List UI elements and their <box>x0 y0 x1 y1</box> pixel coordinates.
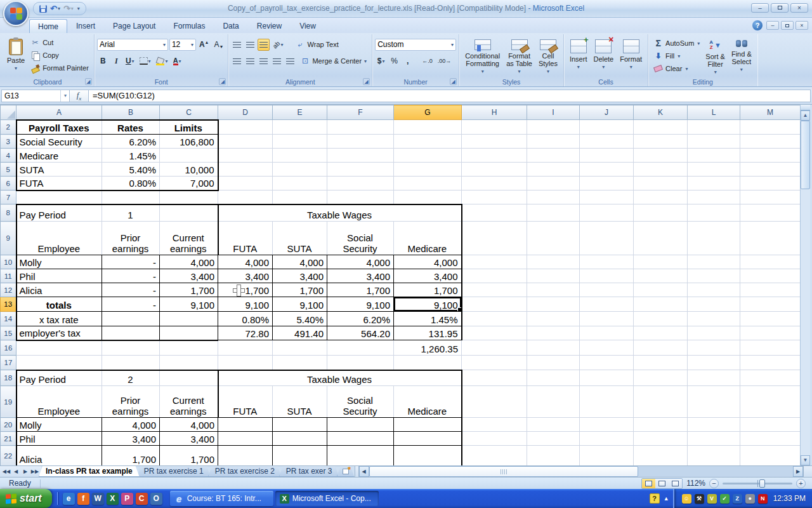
cell-H12[interactable] <box>462 283 527 297</box>
row-header-21[interactable]: 21 <box>1 432 16 446</box>
cell-I8[interactable] <box>527 204 580 222</box>
cell-D12[interactable]: 1,700 <box>218 283 273 297</box>
cell-J20[interactable] <box>580 418 634 432</box>
accounting-format-button[interactable]: $▾ <box>375 55 387 67</box>
resize-corner[interactable] <box>803 466 812 477</box>
cell-A15[interactable]: employer's tax <box>16 326 102 340</box>
cell-D15[interactable]: 72.80 <box>218 326 273 340</box>
cell-E13[interactable]: 9,100 <box>273 297 327 312</box>
undo-button[interactable]: ↶▾ <box>49 3 62 14</box>
cell-H4[interactable] <box>462 149 527 163</box>
cell-E11[interactable]: 3,400 <box>273 269 327 283</box>
cell-C3[interactable]: 106,800 <box>160 135 218 149</box>
cell-K13[interactable] <box>634 297 688 312</box>
cell-A5[interactable]: SUTA <box>16 163 102 177</box>
formula-input[interactable]: =SUM(G10:G12) <box>89 90 811 102</box>
shrink-font-button[interactable]: A▼ <box>213 39 226 51</box>
cell-F19[interactable]: SocialSecurity <box>327 386 394 418</box>
scroll-down-button[interactable]: ▼ <box>801 455 810 465</box>
sheet-tab-4[interactable]: PR tax exer 3 <box>279 466 339 477</box>
clipboard-dialog-launcher[interactable]: ◢ <box>85 78 92 85</box>
cell-D8[interactable]: Taxable Wages <box>218 204 462 222</box>
cell-B15[interactable] <box>102 326 160 340</box>
cell-M22[interactable] <box>740 446 801 466</box>
cell-J9[interactable] <box>580 222 634 255</box>
cell-G20[interactable] <box>394 418 462 432</box>
ribbon-tab-home[interactable]: Home <box>29 19 67 33</box>
cell-A6[interactable]: FUTA <box>16 177 102 190</box>
vertical-scroll-thumb[interactable] <box>801 121 810 189</box>
cell-G21[interactable] <box>394 432 462 446</box>
cell-L16[interactable] <box>688 340 740 356</box>
cell-K15[interactable] <box>634 326 688 340</box>
underline-button[interactable]: U▾ <box>124 55 136 67</box>
fill-button[interactable]: ⬇Fill▾ <box>651 50 702 62</box>
picture-manager-icon[interactable]: P <box>121 493 133 505</box>
cell-I14[interactable] <box>527 312 580 326</box>
cell-B5[interactable]: 5.40% <box>102 163 160 177</box>
cell-B10[interactable]: - <box>102 255 160 269</box>
cell-A18[interactable]: Pay Period <box>16 370 102 386</box>
cell-K7[interactable] <box>634 190 688 204</box>
cell-B4[interactable]: 1.45% <box>102 149 160 163</box>
bold-button[interactable]: B <box>97 55 109 67</box>
cut-button[interactable]: ✂Cut <box>28 37 91 48</box>
row-header-11[interactable]: 11 <box>1 269 16 283</box>
cell-L4[interactable] <box>688 149 740 163</box>
font-size-select[interactable]: 12▾ <box>169 39 196 51</box>
decrease-indent-button[interactable] <box>271 55 283 67</box>
previous-sheet-button[interactable]: ◀ <box>11 467 20 476</box>
cell-M17[interactable] <box>740 356 801 370</box>
align-center-button[interactable] <box>244 55 256 67</box>
hide-icons-chevron[interactable]: ▲ <box>664 495 669 502</box>
cell-L7[interactable] <box>688 190 740 204</box>
cell-K19[interactable] <box>634 386 688 418</box>
cell-I9[interactable] <box>527 222 580 255</box>
cell-G12[interactable]: 1,700 <box>394 283 462 297</box>
row-header-12[interactable]: 12 <box>1 283 16 297</box>
cell-L21[interactable] <box>688 432 740 446</box>
italic-button[interactable]: I <box>110 55 122 67</box>
cell-B12[interactable]: - <box>102 283 160 297</box>
cell-C14[interactable] <box>160 312 218 326</box>
sheet-tab-3[interactable]: PR tax exercise 2 <box>208 466 282 477</box>
cell-H2[interactable] <box>462 120 527 135</box>
cell-C20[interactable]: 4,000 <box>160 418 218 432</box>
cell-A19[interactable]: Employee <box>16 386 102 418</box>
cell-A10[interactable]: Molly <box>16 255 102 269</box>
cell-L15[interactable] <box>688 326 740 340</box>
netsupport-icon[interactable]: N <box>758 494 768 504</box>
next-sheet-button[interactable]: ▶ <box>21 467 30 476</box>
cell-M7[interactable] <box>740 190 801 204</box>
taskbar-task-2[interactable]: XMicrosoft Excel - Cop... <box>275 491 379 506</box>
cell-J10[interactable] <box>580 255 634 269</box>
cell-E4[interactable] <box>273 149 327 163</box>
cell-L3[interactable] <box>688 135 740 149</box>
page-break-view-button[interactable] <box>669 479 682 488</box>
delete-cells-button[interactable]: Delete ▾ <box>590 36 617 77</box>
office-button[interactable] <box>3 1 29 26</box>
row-header-17[interactable]: 17 <box>1 356 16 370</box>
cell-F13[interactable]: 9,100 <box>327 297 394 312</box>
horizontal-scroll-thumb[interactable] <box>369 466 638 477</box>
cell-L14[interactable] <box>688 312 740 326</box>
cell-C2[interactable]: Limits <box>160 120 218 135</box>
font-name-select[interactable]: Arial▾ <box>97 39 168 51</box>
cell-M3[interactable] <box>740 135 801 149</box>
quick-launch-handle[interactable] <box>57 492 59 505</box>
decrease-decimal-button[interactable]: .00→ <box>436 55 454 67</box>
cell-A12[interactable]: Alicia <box>16 283 102 297</box>
last-sheet-button[interactable]: ▶▶ <box>30 467 39 476</box>
number-dialog-launcher[interactable]: ◢ <box>450 78 457 85</box>
cell-L6[interactable] <box>688 177 740 190</box>
cell-G2[interactable] <box>394 120 462 135</box>
messenger-icon[interactable]: ☺ <box>682 494 691 504</box>
column-header-F[interactable]: F <box>327 105 394 120</box>
cell-I13[interactable] <box>527 297 580 312</box>
cell-B14[interactable] <box>102 312 160 326</box>
cell-H7[interactable] <box>462 190 527 204</box>
word-icon[interactable]: W <box>92 493 104 505</box>
cell-I11[interactable] <box>527 269 580 283</box>
cell-G11[interactable]: 3,400 <box>394 269 462 283</box>
cell-A4[interactable]: Medicare <box>16 149 102 163</box>
